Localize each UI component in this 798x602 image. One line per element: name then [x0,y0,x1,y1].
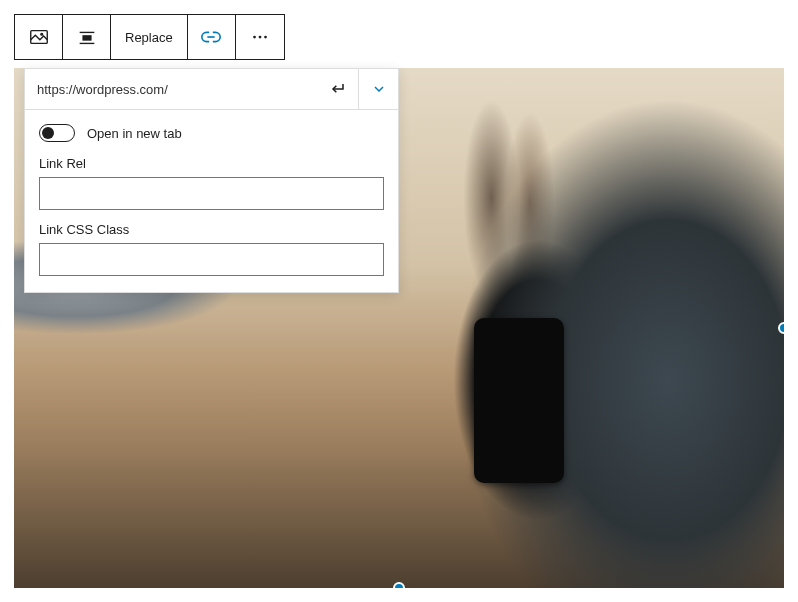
url-submit-button[interactable] [318,69,358,109]
link-css-class-input[interactable] [39,243,384,276]
svg-point-1 [40,33,42,35]
align-button[interactable] [63,15,111,59]
more-icon [249,26,271,48]
link-rel-label: Link Rel [39,156,384,171]
open-new-tab-toggle[interactable] [39,124,75,142]
link-button[interactable] [188,15,236,59]
settings-toggle-button[interactable] [358,69,398,109]
link-icon [200,26,222,48]
resize-handle-right[interactable] [778,322,784,334]
open-new-tab-label: Open in new tab [87,126,182,141]
svg-point-6 [253,36,256,39]
chevron-down-icon [371,81,387,97]
replace-button[interactable]: Replace [111,15,188,59]
link-advanced-settings: Open in new tab Link Rel Link CSS Class [25,110,398,292]
url-row [25,69,398,110]
image-content-phone [474,318,564,483]
replace-button-label: Replace [125,30,173,45]
block-toolbar: Replace [14,14,285,60]
link-rel-input[interactable] [39,177,384,210]
toggle-knob [42,127,54,139]
svg-point-8 [264,36,267,39]
resize-handle-bottom[interactable] [393,582,405,588]
block-type-button[interactable] [15,15,63,59]
more-options-button[interactable] [236,15,284,59]
svg-rect-3 [82,35,91,41]
enter-icon [328,79,348,99]
image-icon [28,26,50,48]
url-input[interactable] [25,70,318,109]
svg-point-7 [258,36,261,39]
link-settings-popover: Open in new tab Link Rel Link CSS Class [24,68,399,293]
open-new-tab-row: Open in new tab [39,124,384,142]
align-icon [76,26,98,48]
link-css-class-label: Link CSS Class [39,222,384,237]
